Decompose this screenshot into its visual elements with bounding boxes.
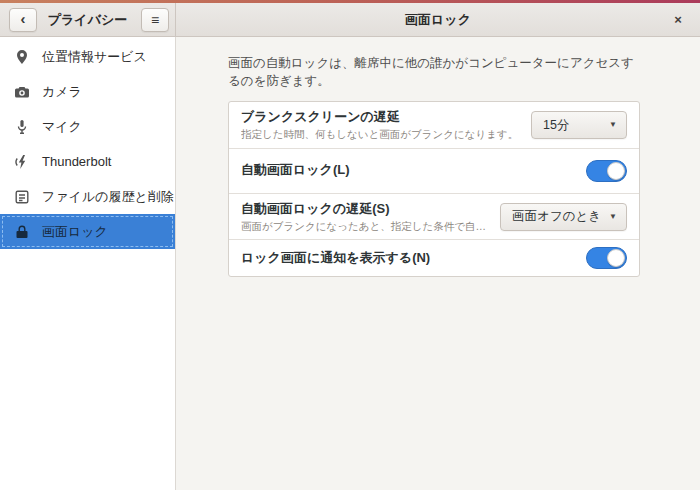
close-icon: × [674,12,682,27]
row-subtitle: 指定した時間、何もしないと画面がブランクになります。 [241,127,518,142]
menu-button[interactable]: ≡ [141,8,169,32]
sidebar-item-label: ファイルの履歴と削除 [42,188,174,206]
settings-window: ‹ プライバシー ≡ 画面ロック × 位置情報サービス [0,0,700,490]
row-blank-screen-delay: ブランクスクリーンの遅延 指定した時間、何もしないと画面がブランクになります。 … [229,102,639,148]
lock-screen-notifications-toggle[interactable] [586,247,627,269]
page-title: 画面ロック [405,11,471,29]
location-pin-icon [14,49,30,65]
sidebar-item-camera[interactable]: カメラ [0,74,175,109]
sidebar-item-label: 位置情報サービス [42,48,147,66]
automatic-screen-lock-toggle[interactable] [586,160,627,182]
close-button[interactable]: × [668,10,688,30]
row-title: 自動画面ロックの遅延(S) [241,200,490,219]
sidebar-item-location-services[interactable]: 位置情報サービス [0,39,175,74]
row-text: 自動画面ロック(L) [241,161,360,180]
lock-icon [14,224,30,240]
camera-icon [14,84,30,100]
row-subtitle: 画面がブランクになったあと、指定した条件で自動的に画面をロック… [241,219,490,234]
microphone-icon [14,119,30,135]
sidebar-header-title: プライバシー [48,11,128,29]
header-right-pane: 画面ロック × [176,3,700,36]
sidebar-item-label: マイク [42,118,82,136]
automatic-lock-delay-dropdown[interactable]: 画面オフのとき ▼ [500,203,627,231]
row-automatic-screen-lock: 自動画面ロック(L) [229,148,639,193]
header-left-pane: ‹ プライバシー ≡ [0,3,176,36]
window-body: 位置情報サービス カメラ マイク [0,37,700,490]
sidebar: 位置情報サービス カメラ マイク [0,37,176,490]
dropdown-value: 画面オフのとき [512,208,601,225]
blank-screen-delay-dropdown[interactable]: 15分 ▼ [531,111,627,139]
hamburger-icon: ≡ [151,13,159,27]
sidebar-item-file-history[interactable]: ファイルの履歴と削除 [0,179,175,214]
row-title: ブランクスクリーンの遅延 [241,108,518,127]
row-automatic-lock-delay: 自動画面ロックの遅延(S) 画面がブランクになったあと、指定した条件で自動的に画… [229,193,639,240]
sidebar-item-label: カメラ [42,83,82,101]
row-lock-screen-notifications: ロック画面に通知を表示する(N) [229,239,639,276]
toggle-knob [607,249,625,267]
row-text: 自動画面ロックの遅延(S) 画面がブランクになったあと、指定した条件で自動的に画… [241,200,500,234]
sidebar-item-thunderbolt[interactable]: Thunderbolt [0,144,175,179]
sidebar-item-microphone[interactable]: マイク [0,109,175,144]
header-bar: ‹ プライバシー ≡ 画面ロック × [0,3,700,37]
settings-frame: ブランクスクリーンの遅延 指定した時間、何もしないと画面がブランクになります。 … [228,101,640,277]
sidebar-item-label: 画面ロック [42,223,108,241]
thunderbolt-icon [14,154,30,170]
chevron-down-icon: ▼ [609,213,617,221]
panel-description: 画面の自動ロックは、離席中に他の誰かがコンピューターにアクセスするのを防ぎます。 [228,54,640,90]
sidebar-item-screen-lock[interactable]: 画面ロック [0,214,175,249]
row-text: ブランクスクリーンの遅延 指定した時間、何もしないと画面がブランクになります。 [241,108,528,142]
dropdown-value: 15分 [543,117,569,134]
file-history-icon [14,189,30,205]
row-title: 自動画面ロック(L) [241,161,350,180]
row-text: ロック画面に通知を表示する(N) [241,249,440,268]
row-title: ロック画面に通知を表示する(N) [241,249,430,268]
sidebar-item-label: Thunderbolt [42,154,111,169]
back-icon: ‹ [21,11,26,26]
back-button[interactable]: ‹ [9,8,37,32]
chevron-down-icon: ▼ [609,121,617,129]
toggle-knob [607,162,625,180]
screen-lock-panel: 画面の自動ロックは、離席中に他の誰かがコンピューターにアクセスするのを防ぎます。… [176,37,700,490]
